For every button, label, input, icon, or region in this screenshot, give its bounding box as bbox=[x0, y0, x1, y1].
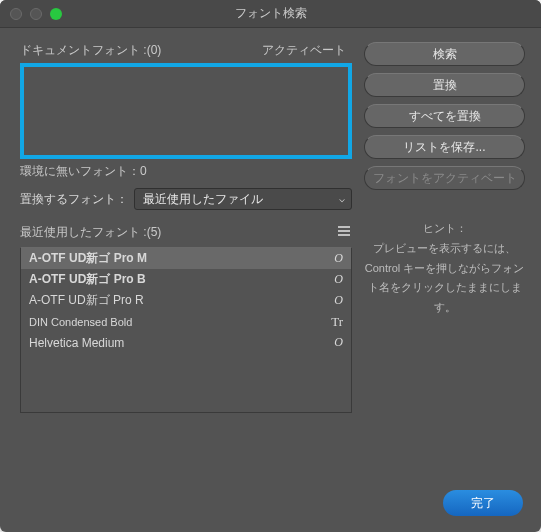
activate-column-label: アクティベート bbox=[262, 42, 346, 59]
replace-font-value: 最近使用したファイル bbox=[143, 191, 263, 208]
font-name: A-OTF UD新ゴ Pro B bbox=[29, 271, 146, 288]
hint-block: ヒント： プレビューを表示するには、Control キーを押しながらフォント名を… bbox=[364, 219, 525, 318]
replace-font-row: 置換するフォント： 最近使用したファイル ⌵ bbox=[20, 188, 352, 210]
font-name: A-OTF UD新ゴ Pro M bbox=[29, 250, 147, 267]
font-search-window: フォント検索 ドキュメントフォント :(0) アクティベート 環境に無いフォント… bbox=[0, 0, 541, 532]
close-icon[interactable] bbox=[10, 8, 22, 20]
replace-font-select[interactable]: 最近使用したファイル ⌵ bbox=[134, 188, 352, 210]
font-list-item[interactable]: A-OTF UD新ゴ Pro MO bbox=[21, 248, 351, 269]
font-type-badge: Tr bbox=[331, 314, 343, 330]
font-list-item[interactable]: Helvetica MediumO bbox=[21, 332, 351, 353]
replace-all-button[interactable]: すべてを置換 bbox=[364, 104, 525, 128]
hint-body: プレビューを表示するには、Control キーを押しながらフォント名をクリックし… bbox=[364, 239, 525, 318]
font-list-item[interactable]: A-OTF UD新ゴ Pro RO bbox=[21, 290, 351, 311]
font-list-item[interactable]: A-OTF UD新ゴ Pro BO bbox=[21, 269, 351, 290]
save-list-button[interactable]: リストを保存... bbox=[364, 135, 525, 159]
chevron-down-icon: ⌵ bbox=[339, 193, 345, 204]
done-button[interactable]: 完了 bbox=[443, 490, 523, 516]
activate-font-button: フォントをアクティベート bbox=[364, 166, 525, 190]
hint-title: ヒント： bbox=[364, 219, 525, 239]
font-type-badge: O bbox=[334, 335, 343, 350]
minimize-icon[interactable] bbox=[30, 8, 42, 20]
font-type-badge: O bbox=[334, 293, 343, 308]
document-fonts-label: ドキュメントフォント :(0) bbox=[20, 42, 161, 59]
font-name: DIN Condensed Bold bbox=[29, 316, 132, 328]
replace-font-label: 置換するフォント： bbox=[20, 191, 128, 208]
recent-fonts-list[interactable]: A-OTF UD新ゴ Pro MOA-OTF UD新ゴ Pro BOA-OTF … bbox=[20, 247, 352, 413]
font-type-badge: O bbox=[334, 251, 343, 266]
content: ドキュメントフォント :(0) アクティベート 環境に無いフォント：0 置換する… bbox=[0, 28, 541, 429]
window-title: フォント検索 bbox=[0, 5, 541, 22]
list-view-icon[interactable] bbox=[338, 226, 352, 240]
font-name: Helvetica Medium bbox=[29, 336, 124, 350]
traffic-lights bbox=[0, 8, 62, 20]
search-button[interactable]: 検索 bbox=[364, 42, 525, 66]
replace-button[interactable]: 置換 bbox=[364, 73, 525, 97]
missing-fonts-label: 環境に無いフォント：0 bbox=[20, 163, 352, 180]
left-pane: ドキュメントフォント :(0) アクティベート 環境に無いフォント：0 置換する… bbox=[20, 42, 352, 413]
doc-fonts-header: ドキュメントフォント :(0) アクティベート bbox=[20, 42, 352, 59]
recent-fonts-header: 最近使用したフォント :(5) bbox=[20, 224, 352, 241]
maximize-icon[interactable] bbox=[50, 8, 62, 20]
right-pane: 検索 置換 すべてを置換 リストを保存... フォントをアクティベート ヒント：… bbox=[364, 42, 525, 413]
titlebar: フォント検索 bbox=[0, 0, 541, 28]
font-list-item[interactable]: DIN Condensed BoldTr bbox=[21, 311, 351, 332]
recent-fonts-label: 最近使用したフォント :(5) bbox=[20, 224, 161, 241]
document-fonts-list[interactable] bbox=[20, 63, 352, 159]
font-name: A-OTF UD新ゴ Pro R bbox=[29, 292, 144, 309]
font-type-badge: O bbox=[334, 272, 343, 287]
